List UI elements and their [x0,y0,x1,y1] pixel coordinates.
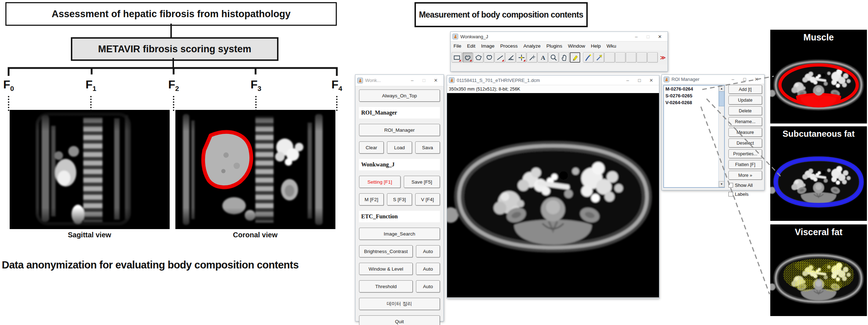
maximize-button[interactable]: □ [642,34,654,39]
threshold-button[interactable]: Threshold [359,280,413,292]
measurement-title: Measurement of body composition contents [419,10,583,20]
scroll-up-icon[interactable]: ▲ [719,86,724,92]
polygon-tool-button[interactable] [473,52,484,63]
menu-image[interactable]: Image [478,43,498,49]
menu-plugins[interactable]: Plugins [543,43,565,49]
roi-list-item-visceral[interactable]: V-0264-0268 [664,99,724,106]
menu-help[interactable]: Help [588,43,604,49]
empty-tool-slot[interactable] [637,52,647,63]
dotted-line-f0 [8,96,9,111]
menu-process[interactable]: Process [498,43,521,49]
etc-section-label: ETC_Function [359,211,440,222]
roi-list-item-muscle[interactable]: M-0276-0264 [664,86,724,92]
save-f5-button[interactable]: Save [F5] [404,176,440,188]
minimize-button[interactable]: – [630,34,642,39]
dicom-window-title: 01158411_S_701_eTHRIVEPRE_1.dcm [457,78,540,83]
wand-tool-button[interactable] [527,52,537,63]
close-button[interactable]: ✕ [751,77,762,82]
minimize-button[interactable]: – [727,77,739,82]
histopathology-title: Assessment of hepatic fibrosis from hist… [52,9,291,20]
add-button[interactable]: Add [t] [728,85,762,94]
point-tool-button[interactable] [516,52,527,63]
menu-window[interactable]: Window [565,43,588,49]
close-button[interactable]: ✕ [430,78,442,83]
maximize-button[interactable]: □ [634,78,645,83]
data-cleanup-button[interactable]: 데이터 정리 [359,298,440,310]
dotted-line-f3 [255,96,257,111]
scroll-down-icon[interactable]: ▼ [719,181,724,187]
labels-checkbox[interactable] [728,192,733,197]
roi-list-item-subcutaneous[interactable]: S-0276-0265 [664,92,724,99]
threshold-auto-button[interactable]: Auto [416,280,440,292]
histopathology-title-box: Assessment of hepatic fibrosis from hist… [5,2,337,26]
measure-button[interactable]: Measure [728,128,762,137]
menu-edit[interactable]: Edit [464,43,478,49]
quit-button[interactable]: Quit [359,315,440,325]
oval-tool-button[interactable] [484,52,494,63]
close-button[interactable]: ✕ [645,78,657,83]
empty-tool-slot[interactable] [615,52,626,63]
load-button[interactable]: Load [387,141,412,154]
empty-tool-slot[interactable] [648,52,658,63]
properties-button[interactable]: Properties... [728,149,762,158]
rename-button[interactable]: Rename... [728,117,762,126]
update-button[interactable]: Update [728,96,762,105]
imagej-menubar: File Edit Image Process Analyze Plugins … [451,42,668,50]
hand-tool-button[interactable] [559,52,569,63]
brush-tool-button[interactable] [583,52,593,63]
roi-list-scrollbar[interactable]: ▲ ▼ [718,86,724,187]
sagittal-mri-image [10,110,170,229]
brightness-contrast-button[interactable]: Brightness_Contrast [359,245,413,257]
deselect-button[interactable]: Deselect [728,139,762,147]
show-all-checkbox[interactable] [728,183,733,188]
roi-list[interactable]: M-0276-0264 S-0276-0265 V-0264-0268 ▲ ▼ [663,85,725,188]
arrow-tool-button[interactable] [594,52,604,63]
more-button[interactable]: More » [728,171,762,180]
scrollbar-thumb[interactable] [719,91,724,106]
visceral-overlay-image [770,240,867,316]
toolbar-overflow-icon[interactable]: ≫ [660,54,666,61]
dicom-status-line: 350x350 mm (512x512); 8-bit; 256K [447,85,659,93]
subcutaneous-fat-label: Subcutaneous fat [770,126,867,142]
window-level-auto-button[interactable]: Auto [416,263,440,275]
s-f3-button[interactable]: S [F3] [387,193,412,205]
coronal-caption: Coronal view [202,231,309,239]
menu-file[interactable]: File [451,43,464,49]
line-tool-button[interactable] [495,52,505,63]
rectangle-tool-button[interactable] [452,52,462,63]
imagej-window-title: Wonkwang_J [460,34,488,39]
empty-tool-slot[interactable] [626,52,636,63]
freehand-selection-tool-button[interactable] [462,52,473,63]
brightness-auto-button[interactable]: Auto [416,245,440,257]
setting-f1-button[interactable]: Setting [F1] [359,176,401,188]
wonkwang-plugin-window: Wonk... – □ ✕ Always_On_Top ROI_Manager … [355,74,444,321]
sava-button[interactable]: Sava [415,141,440,154]
maximize-button[interactable]: □ [418,78,430,83]
empty-tool-slot[interactable] [605,52,615,63]
roi-manager-button[interactable]: ROI_Manager [359,124,440,136]
delete-button[interactable]: Delete [728,106,762,115]
v-f4-button[interactable]: V [F4] [415,193,440,205]
image-search-button[interactable]: Image_Search [359,228,440,240]
labels-label: Labels [735,191,748,197]
clear-button[interactable]: Clear [359,141,384,154]
menu-analyze[interactable]: Analyze [520,43,543,49]
zoom-tool-button[interactable] [548,52,559,63]
dotted-line-f4 [336,96,338,111]
text-tool-button[interactable]: A [538,52,548,63]
angle-tool-button[interactable] [505,52,516,63]
maximize-button[interactable]: □ [739,77,751,82]
measurement-title-box: Measurement of body composition contents [414,2,588,27]
m-f2-button[interactable]: M [F2] [359,193,384,205]
color-picker-tool-button[interactable] [570,52,580,63]
window-level-button[interactable]: Window & Level [359,263,413,275]
score-f0: F0 [0,78,21,93]
flatten-button[interactable]: Flatten [F] [728,160,762,169]
figure-canvas: Assessment of hepatic fibrosis from hist… [0,0,868,325]
minimize-button[interactable]: – [622,78,634,83]
close-button[interactable]: ✕ [654,34,666,39]
menu-wku[interactable]: Wku [603,43,619,49]
dicom-image-window: 01158411_S_701_eTHRIVEPRE_1.dcm – □ ✕ 35… [447,75,659,299]
always-on-top-button[interactable]: Always_On_Top [359,89,440,102]
minimize-button[interactable]: – [406,78,418,83]
